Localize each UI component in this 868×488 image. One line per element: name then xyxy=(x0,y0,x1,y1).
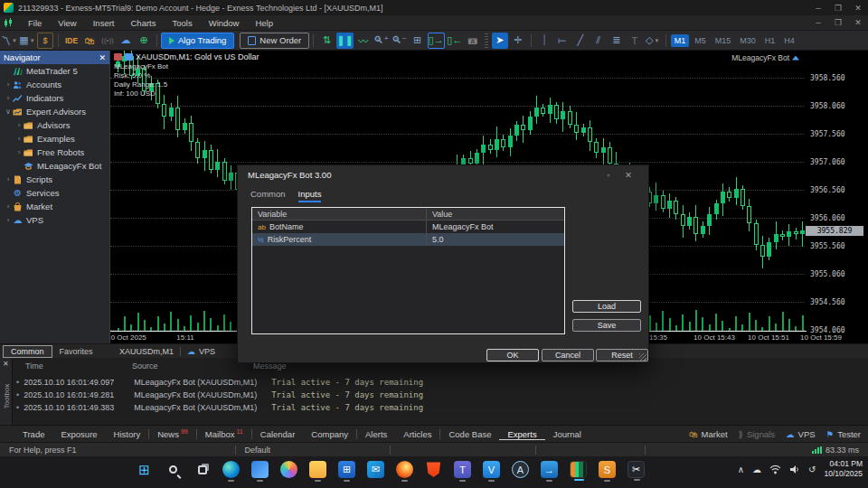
market-shortcut[interactable]: 🛍︎Market xyxy=(689,429,728,439)
onedrive-icon[interactable]: ☁ xyxy=(752,465,761,474)
broadcast-icon[interactable]: ((•)) xyxy=(99,33,116,49)
tab-code-base[interactable]: Code Base xyxy=(440,428,499,440)
outlook-taskbar-icon[interactable]: ✉ xyxy=(367,461,384,478)
chart-profile-button[interactable]: ▦▼ xyxy=(19,33,35,49)
dialog-title-bar[interactable]: MLeagacyFx Bot 3.00 ▫ ✕ xyxy=(238,165,648,183)
zoom-in-icon[interactable]: 🔍︎⁺ xyxy=(373,33,390,49)
ok-button[interactable]: OK xyxy=(486,349,539,361)
trade-levels-icon[interactable]: ⇅ xyxy=(318,33,335,49)
menu-insert[interactable]: Insert xyxy=(85,18,123,28)
sidebar-item-expert-advisors[interactable]: ∨Expert Advisors xyxy=(0,105,109,118)
tab-experts[interactable]: Experts xyxy=(499,428,544,440)
tray-clock[interactable]: 04:01 PM 10/10/2025 xyxy=(824,459,863,479)
navigator-tab-common[interactable]: Common xyxy=(3,345,52,358)
tab-alerts[interactable]: Alerts xyxy=(357,428,395,440)
sidebar-item-services[interactable]: ⚙Services xyxy=(0,186,109,200)
load-button[interactable]: Load xyxy=(572,300,641,313)
start-taskbar-icon[interactable]: ⊞ xyxy=(136,461,153,478)
sidebar-item-scripts[interactable]: ›Scripts xyxy=(0,173,109,186)
channel-icon[interactable]: ⫽ xyxy=(590,33,607,49)
store-taskbar-icon[interactable]: ⊞ xyxy=(338,461,355,478)
tray-chevron-icon[interactable]: ∧ xyxy=(738,465,744,474)
explorer-taskbar-icon[interactable] xyxy=(309,461,326,478)
tester-shortcut[interactable]: ⚑Tester xyxy=(826,429,861,439)
menu-tools[interactable]: Tools xyxy=(164,18,200,28)
widgets-taskbar-icon[interactable] xyxy=(251,461,269,478)
copilot-taskbar-icon[interactable] xyxy=(280,461,297,478)
trendline-icon[interactable]: ╱ xyxy=(572,33,589,49)
chevron-right-icon[interactable]: › xyxy=(4,80,13,89)
data-window-icon[interactable]: ❚❚ xyxy=(336,33,353,49)
chevron-right-icon[interactable]: › xyxy=(14,121,24,129)
crosshair-icon[interactable]: ✛ xyxy=(510,33,526,49)
chevron-right-icon[interactable]: › xyxy=(4,94,13,102)
community-icon[interactable]: ⊕ xyxy=(136,33,152,49)
menu-view[interactable]: View xyxy=(50,18,84,28)
variable-value[interactable]: 5.0 xyxy=(426,233,564,246)
market-bag-icon[interactable]: 🛍︎ xyxy=(81,33,98,49)
signals-shortcut[interactable]: ⟫Signals xyxy=(739,429,775,439)
ide-button[interactable]: IDE xyxy=(63,33,80,49)
sidebar-item-market[interactable]: ›Market xyxy=(0,200,109,213)
save-button[interactable]: Save xyxy=(572,319,641,332)
tab-trade[interactable]: Trade xyxy=(14,428,52,440)
chevron-right-icon[interactable]: › xyxy=(14,135,24,143)
dialog-tab-common[interactable]: Common xyxy=(250,189,286,202)
sidebar-item-advisors[interactable]: ›Advisors xyxy=(0,118,109,132)
backup-sync-icon[interactable]: ↺ xyxy=(808,465,816,474)
chevron-right-icon[interactable]: › xyxy=(4,175,13,183)
tab-history[interactable]: History xyxy=(106,428,149,440)
cloud-icon[interactable]: ☁ xyxy=(118,33,134,49)
sidebar-item-metatrader-5[interactable]: MetaTrader 5 xyxy=(0,64,109,78)
brave-taskbar-icon[interactable] xyxy=(425,461,442,478)
tab-company[interactable]: Company xyxy=(303,428,356,440)
appS-taskbar-icon[interactable]: S xyxy=(599,461,616,478)
vps-shortcut[interactable]: ☁VPS xyxy=(786,429,816,439)
toolbox-close-icon[interactable]: ✕ xyxy=(3,360,9,368)
snip-taskbar-icon[interactable]: ✂ xyxy=(627,461,645,478)
fibonacci-icon[interactable]: ≣ xyxy=(609,33,625,49)
edge-taskbar-icon[interactable] xyxy=(222,461,240,478)
input-row-botname[interactable]: abBotNameMLeagacyFx Bot xyxy=(252,221,564,233)
menu-help[interactable]: Help xyxy=(247,18,281,28)
navigator-tab-favorites[interactable]: Favorites xyxy=(52,346,100,357)
timeframe-m15[interactable]: M15 xyxy=(712,34,735,47)
log-row[interactable]: •2025.10.10 16:01:49.097MLeagacyFx Bot (… xyxy=(16,378,423,387)
chart-tab-xauusd[interactable]: XAUUSDm,M1 xyxy=(110,347,174,356)
variable-value[interactable]: MLeagacyFx Bot xyxy=(426,221,564,233)
horizontal-line-icon[interactable]: ⟝ xyxy=(554,33,571,49)
vscode-taskbar-icon[interactable]: V xyxy=(483,461,500,478)
deposit-button[interactable]: $ xyxy=(37,33,53,49)
teams-taskbar-icon[interactable]: T xyxy=(454,461,471,478)
cancel-button[interactable]: Cancel xyxy=(542,349,594,361)
firefox-taskbar-icon[interactable] xyxy=(396,461,413,478)
cursor-icon[interactable]: ➤ xyxy=(492,33,508,49)
sidebar-item-examples[interactable]: ›Examples xyxy=(0,132,109,145)
mdi-close-icon[interactable]: ✕ xyxy=(848,16,868,30)
sidebar-item-free-robots[interactable]: ›Free Robots xyxy=(0,145,109,159)
sidebar-item-accounts[interactable]: ›Accounts xyxy=(0,78,109,91)
text-tool-icon[interactable]: T xyxy=(627,33,643,49)
wifi-icon[interactable] xyxy=(769,465,781,474)
sidebar-item-mleagacyfx-bot[interactable]: MLeagacyFx Bot xyxy=(0,159,109,173)
navigator-close-icon[interactable]: ✕ xyxy=(99,53,106,62)
sidebar-item-vps[interactable]: ›☁VPS xyxy=(0,213,109,227)
tick-chart-icon[interactable]: 〰 xyxy=(355,33,372,49)
mt5-taskbar-icon[interactable] xyxy=(570,461,587,478)
mdi-minimize-icon[interactable]: – xyxy=(808,16,828,30)
tab-articles[interactable]: Articles xyxy=(395,428,439,440)
resize-grip[interactable] xyxy=(639,353,646,361)
chevron-down-icon[interactable]: ∨ xyxy=(4,108,13,116)
vertical-line-icon[interactable]: ⏐ xyxy=(536,33,552,49)
dialog-close-icon[interactable]: ✕ xyxy=(618,170,638,180)
appA-taskbar-icon[interactable]: A xyxy=(512,461,529,478)
timeframe-m5[interactable]: M5 xyxy=(691,34,710,47)
log-row[interactable]: •2025.10.10 16:01:49.383MLeagacyFx Bot (… xyxy=(16,403,423,412)
timeframe-h1[interactable]: H1 xyxy=(761,34,779,47)
tab-mailbox[interactable]: Mailbox 11 xyxy=(197,428,251,440)
chart-shift-icon[interactable]: ▯→ xyxy=(428,33,445,49)
remote-taskbar-icon[interactable]: → xyxy=(541,461,558,478)
tab-journal[interactable]: Journal xyxy=(545,428,590,440)
timeframe-h4[interactable]: H4 xyxy=(780,34,798,47)
dialog-tab-inputs[interactable]: Inputs xyxy=(298,189,322,202)
